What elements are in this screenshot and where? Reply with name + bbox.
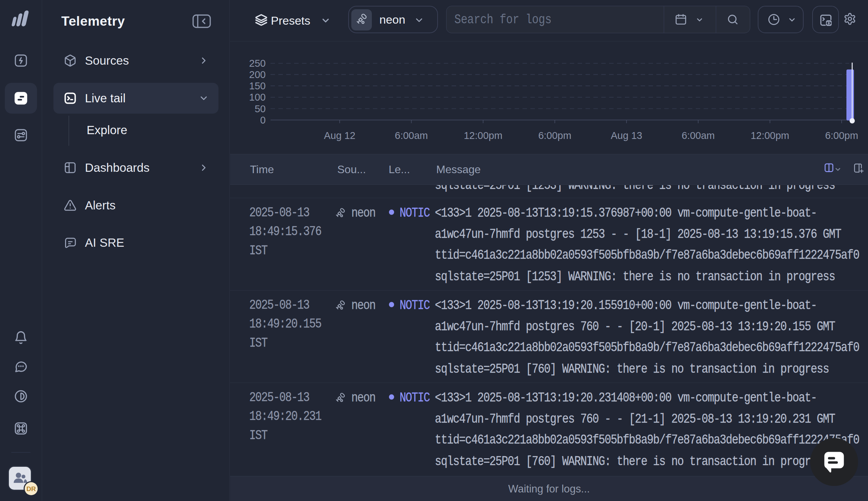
svg-text:6:00am: 6:00am — [395, 130, 428, 141]
svg-text:0: 0 — [260, 115, 266, 126]
svg-text:12:00pm: 12:00pm — [464, 130, 502, 141]
svg-text:100: 100 — [249, 92, 266, 103]
svg-text:150: 150 — [249, 81, 266, 92]
svg-text:6:00am: 6:00am — [682, 130, 715, 141]
svg-text:12:00pm: 12:00pm — [751, 130, 789, 141]
svg-text:6:00pm: 6:00pm — [538, 130, 571, 141]
svg-text:6:00pm: 6:00pm — [825, 130, 858, 141]
svg-text:200: 200 — [249, 69, 266, 80]
svg-text:250: 250 — [249, 58, 266, 69]
svg-text:Aug 13: Aug 13 — [611, 130, 642, 141]
svg-text:50: 50 — [255, 103, 266, 114]
svg-text:Aug 12: Aug 12 — [324, 130, 356, 141]
